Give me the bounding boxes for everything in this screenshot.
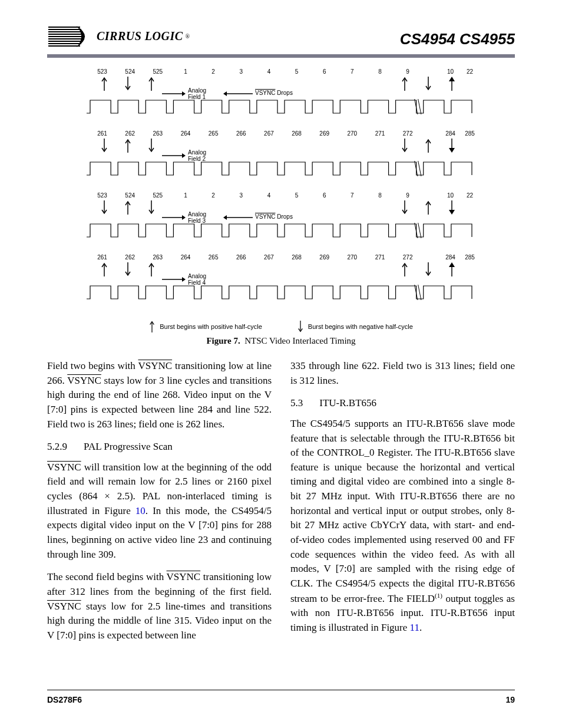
line-number: 262 bbox=[125, 254, 135, 261]
burst-arrow-icon bbox=[148, 77, 154, 91]
burst-arrow-icon bbox=[402, 139, 408, 153]
burst-arrow-icon bbox=[125, 262, 131, 276]
section-number: 5.3 bbox=[290, 396, 303, 411]
line-number: 524 bbox=[125, 68, 135, 75]
legend-negative: Burst begins with negative half-cycle bbox=[297, 321, 413, 332]
line-number: 266 bbox=[236, 130, 246, 137]
line-number: 271 bbox=[375, 130, 385, 137]
line-number: 270 bbox=[348, 254, 358, 261]
logo-icon bbox=[47, 24, 94, 48]
burst-arrow-icon bbox=[125, 77, 131, 91]
line-number: 264 bbox=[181, 130, 191, 137]
svg-line-12 bbox=[418, 99, 421, 114]
line-number: 271 bbox=[375, 254, 385, 261]
line-number: 1 bbox=[184, 68, 187, 75]
burst-arrow-icon bbox=[148, 262, 154, 276]
line-number: 269 bbox=[319, 130, 329, 137]
line-number: 525 bbox=[153, 192, 163, 199]
line-number: 268 bbox=[292, 130, 302, 137]
document-id: DS278F6 bbox=[47, 695, 82, 704]
legend-positive: Burst begins with positive half-cycle bbox=[149, 321, 262, 332]
svg-marker-6 bbox=[449, 77, 455, 81]
page-number: 19 bbox=[505, 695, 515, 704]
line-number: 8 bbox=[378, 68, 382, 75]
burst-arrow-icon bbox=[101, 77, 107, 91]
line-number: 284 bbox=[445, 130, 455, 137]
timing-row-4: AnalogField 4 26126226326426526626726826… bbox=[87, 254, 475, 316]
svg-marker-21 bbox=[182, 153, 186, 158]
vsync-drops-arrow-icon bbox=[223, 91, 253, 97]
down-arrow-icon bbox=[297, 321, 303, 332]
svg-line-23 bbox=[418, 161, 421, 176]
burst-arrow-icon bbox=[101, 262, 107, 276]
burst-arrow-icon bbox=[449, 139, 455, 153]
burst-arrow-icon bbox=[449, 262, 455, 276]
line-number: 285 bbox=[465, 254, 475, 261]
burst-arrow-icon bbox=[425, 77, 431, 91]
line-number: 270 bbox=[348, 130, 358, 137]
field-start-arrow-icon bbox=[162, 215, 186, 220]
vsync-drops-label: VSYNC Drops bbox=[255, 213, 293, 220]
paragraph: The second field begins with VSYNC trans… bbox=[47, 570, 272, 643]
section-title: PAL Progressive Scan bbox=[84, 440, 173, 454]
line-number: 2 bbox=[211, 68, 215, 75]
burst-arrow-icon bbox=[449, 200, 455, 215]
line-number: 22 bbox=[467, 68, 473, 75]
figure-caption: Figure 7. NTSC Video Interlaced Timing bbox=[47, 336, 515, 346]
line-number: 6 bbox=[323, 68, 326, 75]
line-number: 3 bbox=[240, 192, 243, 199]
figure-link-10[interactable]: 10 bbox=[135, 505, 146, 516]
paragraph: 335 through line 622. Field two is 313 l… bbox=[290, 359, 515, 388]
line-number: 265 bbox=[209, 130, 219, 137]
field-label: AnalogField 3 bbox=[188, 211, 206, 224]
line-number: 272 bbox=[403, 130, 413, 137]
section-number: 5.2.9 bbox=[47, 440, 67, 454]
line-number: 284 bbox=[445, 254, 455, 261]
waveform bbox=[87, 161, 475, 175]
burst-arrow-icon bbox=[402, 262, 408, 276]
timing-row-2: AnalogField 2 26126226326426526626726826… bbox=[87, 130, 475, 192]
figure-caption-text: NTSC Video Interlaced Timing bbox=[244, 336, 355, 345]
line-number: 9 bbox=[406, 68, 409, 75]
vsync-drops-label: VSYNC Drops bbox=[255, 90, 293, 96]
section-heading-53: 5.3 ITU-R.BT656 bbox=[290, 396, 515, 411]
line-number: 5 bbox=[295, 68, 299, 75]
line-number: 4 bbox=[267, 192, 271, 199]
line-number: 285 bbox=[465, 130, 475, 137]
page-header: CIRRUS LOGIC ® CS4954 CS4955 bbox=[47, 24, 515, 53]
line-number: 524 bbox=[125, 192, 135, 199]
line-number: 265 bbox=[209, 254, 219, 261]
header-divider bbox=[47, 54, 515, 58]
left-column: Field two begins with VSYNC transitionin… bbox=[47, 359, 272, 651]
burst-arrow-icon bbox=[148, 139, 154, 153]
field-start-arrow-icon bbox=[162, 276, 186, 282]
burst-arrow-icon bbox=[402, 77, 408, 91]
company-logo: CIRRUS LOGIC ® bbox=[47, 24, 190, 48]
field-start-arrow-icon bbox=[162, 153, 186, 159]
burst-arrow-icon bbox=[125, 200, 131, 215]
line-number: 4 bbox=[267, 68, 271, 75]
line-number: 5 bbox=[295, 192, 299, 199]
line-number: 261 bbox=[97, 254, 107, 261]
figure-7: AnalogField 1VSYNC Drops 523524525123456… bbox=[87, 68, 475, 332]
up-arrow-icon bbox=[149, 321, 155, 332]
line-number: 272 bbox=[403, 254, 413, 261]
line-number: 22 bbox=[467, 192, 473, 199]
logo-text: CIRRUS LOGIC bbox=[97, 29, 183, 43]
field-label: AnalogField 2 bbox=[188, 149, 206, 162]
timing-row-1: AnalogField 1VSYNC Drops 523524525123456… bbox=[87, 68, 475, 130]
figure-link-11[interactable]: 11 bbox=[410, 622, 419, 633]
svg-marker-30 bbox=[449, 210, 455, 215]
burst-arrow-icon bbox=[101, 200, 107, 215]
line-number: 1 bbox=[184, 192, 187, 199]
svg-marker-10 bbox=[223, 91, 227, 96]
line-number: 263 bbox=[153, 254, 163, 261]
line-number: 10 bbox=[447, 192, 454, 199]
svg-marker-8 bbox=[182, 91, 186, 96]
svg-marker-45 bbox=[182, 277, 186, 282]
line-number: 263 bbox=[153, 130, 163, 137]
line-number: 523 bbox=[97, 192, 107, 199]
line-number: 6 bbox=[323, 192, 326, 199]
burst-arrow-icon bbox=[425, 262, 431, 276]
burst-arrow-icon bbox=[125, 139, 131, 153]
